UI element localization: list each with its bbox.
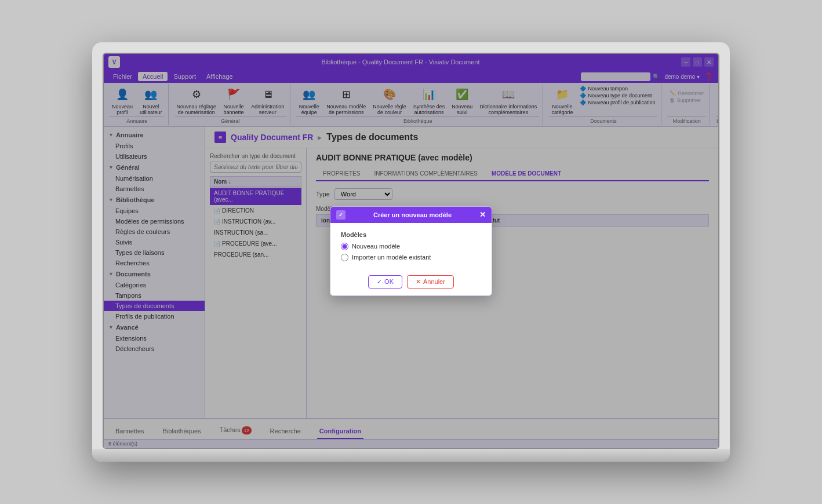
modal-overlay: ✓ Créer un nouveau modèle ✕ Modèles Nouv… — [104, 54, 718, 448]
ok-checkmark-icon: ✓ — [377, 278, 382, 286]
laptop-base — [92, 449, 730, 462]
modal-ok-button[interactable]: ✓ OK — [368, 275, 402, 288]
modal-ok-label: OK — [384, 278, 394, 285]
radio-importer-modele[interactable]: Importer un modèle existant — [341, 254, 481, 261]
modal-dialog: ✓ Créer un nouveau modèle ✕ Modèles Nouv… — [330, 206, 492, 296]
modal-header: ✓ Créer un nouveau modèle ✕ — [330, 207, 492, 223]
radio-nouveau-modele[interactable]: Nouveau modèle — [341, 243, 481, 250]
radio-importer-modele-label: Importer un modèle existant — [352, 254, 431, 261]
cancel-x-icon: ✕ — [416, 278, 421, 286]
modal-header-icon: ✓ — [336, 210, 345, 220]
modal-close-button[interactable]: ✕ — [479, 211, 486, 218]
laptop-screen: V Bibliothèque - Quality Document FR - V… — [103, 53, 719, 449]
importer-icon: 📥 — [718, 90, 719, 96]
app-window: V Bibliothèque - Quality Document FR - V… — [104, 54, 718, 448]
modal-title: Créer un nouveau modèle — [345, 211, 479, 218]
modal-cancel-button[interactable]: ✕ Annuler — [407, 275, 454, 288]
radio-importer-modele-input[interactable] — [341, 254, 348, 261]
radio-nouveau-modele-label: Nouveau modèle — [352, 243, 400, 250]
radio-nouveau-modele-input[interactable] — [341, 243, 348, 250]
laptop-frame: V Bibliothèque - Quality Document FR - V… — [92, 42, 730, 462]
modal-footer: ✓ OK ✕ Annuler — [330, 271, 492, 295]
modal-section-label: Modèles — [341, 231, 481, 238]
modal-body: Modèles Nouveau modèle Importer un modèl… — [330, 223, 492, 271]
exporter-icon: 📤 — [718, 97, 719, 103]
modal-cancel-label: Annuler — [423, 278, 445, 285]
